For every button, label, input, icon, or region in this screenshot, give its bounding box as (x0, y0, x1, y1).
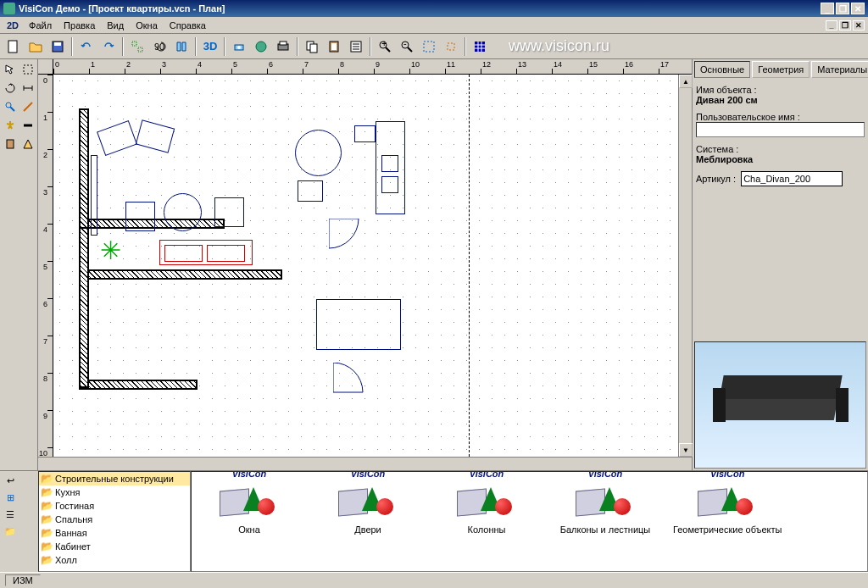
tree-item[interactable]: 📂Спальня (39, 513, 190, 526)
open-button[interactable] (25, 36, 46, 57)
svg-rect-40 (7, 140, 14, 148)
catalog-brand-label: VisiCon (457, 471, 516, 479)
tab-materials[interactable]: Материалы (811, 61, 868, 78)
zoom-fit-button[interactable] (419, 36, 439, 57)
article-input[interactable] (741, 171, 843, 186)
door-tool[interactable] (2, 136, 18, 153)
ruler-v-label: 4 (43, 225, 47, 234)
grid-button[interactable] (470, 36, 490, 57)
tab-geometry[interactable]: Геометрия (752, 61, 810, 78)
catalog-back-button[interactable]: ↩ (2, 473, 19, 488)
tree-item[interactable]: 📂Кабинет (39, 540, 190, 553)
catalog-item-label: Геометрические объекты (673, 524, 782, 535)
list-button[interactable] (346, 36, 366, 57)
print-button[interactable] (273, 36, 293, 57)
catalog-brand-label: VisiCon (220, 471, 279, 479)
folder-icon: 📂 (41, 513, 53, 525)
child-minimize-button[interactable]: _ (826, 20, 837, 31)
system-value: Меблировка (696, 154, 865, 164)
ruler-v-label: 8 (43, 374, 47, 383)
selected-sofa[interactable] (159, 240, 253, 265)
tree-item[interactable]: 📂Ванная (39, 526, 190, 540)
tree-item[interactable]: 📂Кухня (39, 485, 190, 499)
redo-button[interactable] (98, 36, 119, 57)
ruler-h-label: 12 (482, 60, 491, 69)
catalog-panel: ↩ ⊞ ☰ 📁 📂Строительные конструкции📂Кухня📂… (0, 470, 868, 572)
ruler-h-label: 11 (447, 60, 455, 69)
new-button[interactable] (3, 36, 24, 57)
catalog-item[interactable]: VisiConБалконы и лестницы (554, 479, 656, 564)
pointer-tool[interactable] (2, 61, 18, 78)
zoom-in-button[interactable]: + (375, 36, 395, 57)
tree-item[interactable]: 📂Холл (39, 553, 190, 567)
user-name-input[interactable] (696, 122, 865, 137)
measure-tool[interactable] (19, 98, 36, 115)
tree-item[interactable]: 📂Строительные конструкции (39, 472, 190, 485)
dimension-tool[interactable] (19, 80, 36, 97)
triangle-tool[interactable] (19, 136, 36, 153)
mirror-button[interactable] (171, 36, 192, 57)
catalog-brand-label: VisiCon (576, 471, 635, 479)
zoom-out-button[interactable]: - (397, 36, 417, 57)
level-button[interactable] (229, 36, 249, 57)
rotate-button[interactable]: 90 (149, 36, 170, 57)
catalog-tree[interactable]: 📂Строительные конструкции📂Кухня📂Гостиная… (38, 471, 191, 572)
zoom-sel-button[interactable] (441, 36, 461, 57)
paste-button[interactable] (324, 36, 344, 57)
catalog-list-button[interactable]: ☰ (2, 507, 19, 522)
wall-tool[interactable] (19, 117, 36, 134)
catalog-tree-button[interactable]: ⊞ (2, 490, 19, 505)
svg-rect-2 (54, 42, 61, 46)
copy-button[interactable] (302, 36, 322, 57)
catalog-brand-label: VisiCon (338, 471, 398, 479)
scrollbar-horizontal[interactable] (38, 457, 692, 470)
ruler-horizontal: 01234567891011121314151617 (38, 59, 692, 75)
menu-view[interactable]: Вид (102, 19, 129, 32)
properties-panel: Основные Геометрия Материалы Имя объекта… (692, 59, 868, 470)
minimize-button[interactable]: _ (821, 3, 834, 14)
ruler-h-label: 13 (518, 60, 526, 69)
plant-icon (100, 240, 125, 265)
menu-windows[interactable]: Окна (131, 19, 163, 32)
tree-item-label: Гостиная (55, 501, 94, 511)
ruler-v-label: 2 (43, 151, 47, 159)
tree-item[interactable]: 📂Гостиная (39, 499, 190, 513)
pan-tool[interactable] (2, 117, 18, 134)
ruler-h-label: 10 (411, 60, 420, 69)
catalog-item[interactable]: VisiConДвери (317, 479, 419, 564)
tree-item-label: Кухня (55, 487, 80, 497)
catalog-item[interactable]: VisiConГеометрические объекты (673, 479, 782, 564)
mode-2d-label: 2D (3, 20, 22, 31)
zoom-tool[interactable] (2, 98, 18, 115)
menu-file[interactable]: Файл (24, 19, 57, 32)
svg-rect-27 (475, 42, 485, 52)
scroll-up-button[interactable]: ▲ (679, 75, 693, 88)
ruler-v-label: 9 (43, 412, 47, 420)
catalog-folder-button[interactable]: 📁 (2, 524, 19, 539)
tab-main[interactable]: Основные (694, 61, 750, 78)
child-close-button[interactable]: ✕ (853, 20, 865, 31)
canvas-area: 01234567891011121314151617 012345678910 (38, 59, 692, 470)
maximize-button[interactable]: ❐ (836, 3, 849, 14)
svg-line-37 (10, 107, 14, 111)
save-button[interactable] (47, 36, 68, 57)
undo-button[interactable] (76, 36, 97, 57)
child-maximize-button[interactable]: ❐ (839, 20, 851, 31)
svg-rect-4 (138, 47, 142, 52)
group-button[interactable] (127, 36, 147, 57)
scroll-down-button[interactable]: ▼ (679, 443, 693, 457)
menu-edit[interactable]: Правка (58, 19, 100, 32)
scrollbar-vertical[interactable]: ▲ ▼ (678, 75, 692, 457)
folder-icon: 📂 (41, 500, 53, 512)
menu-help[interactable]: Справка (164, 19, 211, 32)
svg-rect-14 (331, 43, 337, 50)
drawing-canvas[interactable] (53, 75, 678, 457)
3d-button[interactable]: 3D (200, 36, 220, 57)
catalog-item[interactable]: VisiConОкна (198, 479, 300, 564)
close-button[interactable]: ✕ (851, 3, 865, 14)
object-name-value: Диван 200 см (696, 95, 865, 105)
export-button[interactable] (251, 36, 271, 57)
rotate-tool[interactable] (2, 80, 18, 97)
catalog-item[interactable]: VisiConКолонны (436, 479, 537, 564)
select-rect-tool[interactable] (19, 61, 36, 78)
